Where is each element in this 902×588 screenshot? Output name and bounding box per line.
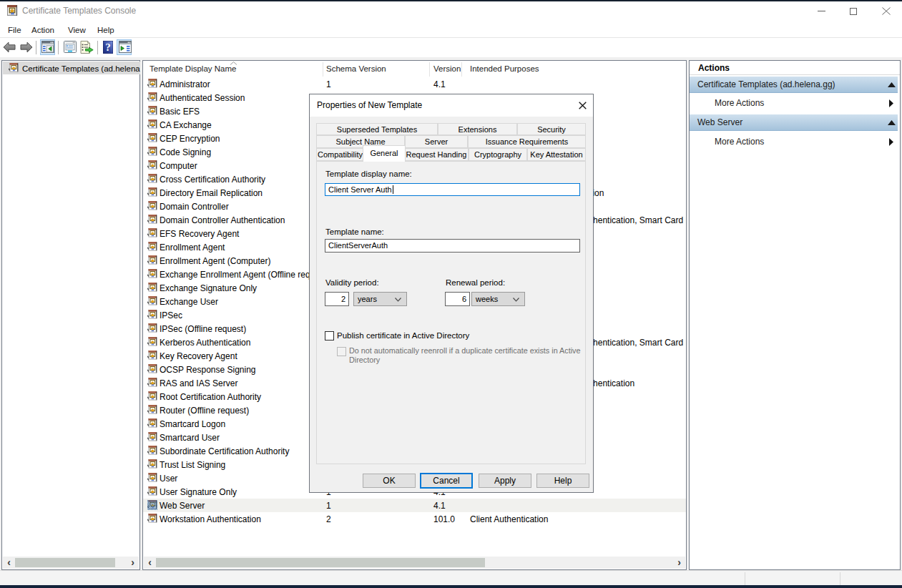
svg-text:?: ? (105, 41, 111, 53)
